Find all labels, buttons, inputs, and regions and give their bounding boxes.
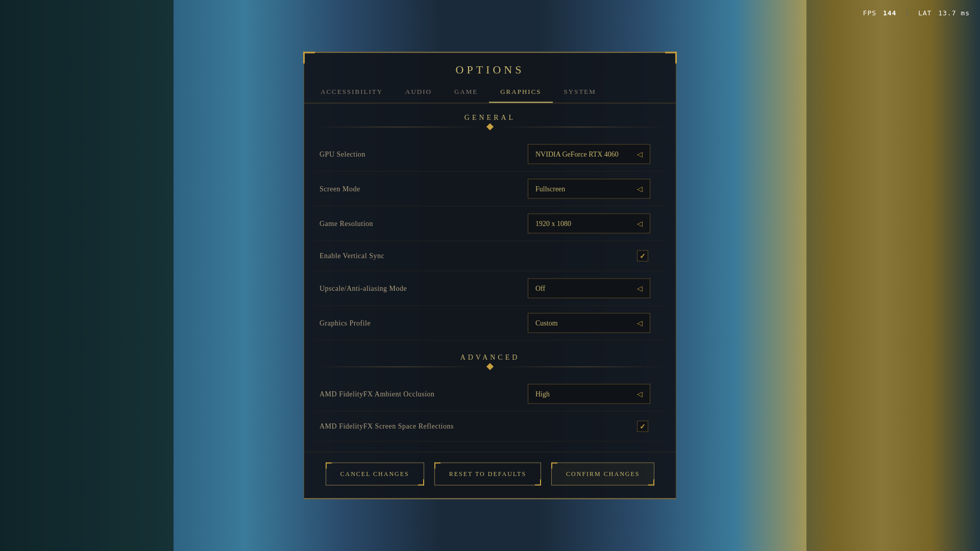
resolution-value: 980 x 551 xyxy=(535,219,571,228)
fps-label: FPS xyxy=(863,9,876,17)
gpu-label: GPU Selection xyxy=(320,150,365,158)
tab-audio[interactable]: AUDIO xyxy=(394,82,443,103)
graphics-profile-arrow-icon: ◁ xyxy=(637,319,643,328)
antialiasing-dropdown[interactable]: Off ◁ xyxy=(528,279,650,298)
gpu-dropdown[interactable]: NVIDIA GeForce RTX 4060 ◁ xyxy=(528,144,650,164)
advanced-title: ADVANCED xyxy=(314,354,666,362)
setting-row-resolution: Game Resolution 980 x 551 ◁ xyxy=(314,207,666,241)
vsync-checkbox[interactable] xyxy=(637,251,648,262)
advanced-ornament xyxy=(486,363,494,370)
general-section-header: GENERAL xyxy=(314,114,666,130)
lat-value: 13.7 ms xyxy=(938,9,970,17)
setting-row-ambient-occlusion: AMD FidelityFX Ambient Occlusion High ◁ xyxy=(314,377,666,412)
screen-mode-arrow-icon: ◁ xyxy=(637,185,643,193)
setting-row-graphics-profile: Graphics Profile Custom ◁ xyxy=(314,306,666,341)
resolution-label: Game Resolution xyxy=(320,219,373,228)
cancel-button[interactable]: CANCEL CHANGES xyxy=(326,463,424,486)
tab-game[interactable]: GAME xyxy=(443,82,489,103)
general-title: GENERAL xyxy=(314,114,666,122)
vsync-checkbox-container xyxy=(635,248,650,264)
advanced-divider xyxy=(314,364,666,369)
tab-accessibility[interactable]: ACCESSIBILITY xyxy=(309,82,394,103)
screen-mode-dropdown[interactable]: Fullscreen ◁ xyxy=(528,179,650,199)
setting-row-vsync: Enable Vertical Sync xyxy=(314,241,666,271)
divider-line-right xyxy=(498,127,666,127)
screen-mode-value: Fullscreen xyxy=(535,185,565,193)
tab-system[interactable]: SYSTEM xyxy=(553,82,607,103)
fps-separator: | xyxy=(905,9,910,17)
ssr-label: AMD FidelityFX Screen Space Reflections xyxy=(320,422,454,431)
ambient-occlusion-value: High xyxy=(535,390,550,398)
graphics-profile-dropdown[interactable]: Custom ◁ xyxy=(528,313,650,333)
button-row: CANCEL CHANGES RESET TO DEFAULTS CONFIRM… xyxy=(304,452,676,498)
reset-button[interactable]: RESET TO DEFAULTS xyxy=(434,463,541,486)
advanced-section-header: ADVANCED xyxy=(314,354,666,369)
tab-graphics[interactable]: GRAPHICS xyxy=(489,82,552,103)
general-ornament xyxy=(486,123,494,130)
antialiasing-arrow-icon: ◁ xyxy=(637,284,643,293)
setting-row-screen-mode: Screen Mode Fullscreen ◁ xyxy=(314,172,666,207)
ssr-checkbox-container xyxy=(635,419,650,434)
ambient-occlusion-arrow-icon: ◁ xyxy=(637,390,643,398)
setting-row-ssr: AMD FidelityFX Screen Space Reflections xyxy=(314,412,666,442)
settings-content: GENERAL GPU Selection NVIDIA GeForce RTX… xyxy=(304,104,676,452)
ambient-occlusion-label: AMD FidelityFX Ambient Occlusion xyxy=(320,390,435,398)
bg-overlay-left xyxy=(0,0,174,551)
graphics-profile-label: Graphics Profile xyxy=(320,319,371,327)
antialiasing-label: Upscale/Anti-aliasing Mode xyxy=(320,284,407,292)
advanced-divider-line-right xyxy=(498,366,666,367)
advanced-divider-line-left xyxy=(314,366,482,367)
confirm-button[interactable]: CONFIRM CHANGES xyxy=(551,463,654,486)
lat-label: LAT xyxy=(918,9,932,17)
vsync-label: Enable Vertical Sync xyxy=(320,252,384,260)
dialog-title: OPTIONS xyxy=(456,53,525,82)
ambient-occlusion-dropdown[interactable]: High ◁ xyxy=(528,384,650,404)
screen-mode-label: Screen Mode xyxy=(320,185,360,193)
setting-row-antialiasing: Upscale/Anti-aliasing Mode Off ◁ xyxy=(314,271,666,306)
fps-value: 144 xyxy=(883,9,896,17)
divider-line-left xyxy=(314,127,482,127)
antialiasing-value: Off xyxy=(535,284,545,292)
graphics-profile-value: Custom xyxy=(535,319,558,327)
gpu-arrow-icon: ◁ xyxy=(637,150,643,159)
resolution-arrow-icon: ◁ xyxy=(637,219,643,228)
resolution-dropdown[interactable]: 980 x 551 ◁ xyxy=(528,214,650,234)
fps-counter: FPS 144 | LAT 13.7 ms xyxy=(863,9,970,17)
setting-row-gpu: GPU Selection NVIDIA GeForce RTX 4060 ◁ xyxy=(314,137,666,172)
general-divider xyxy=(314,124,666,130)
tabs-bar: ACCESSIBILITY AUDIO GAME GRAPHICS SYSTEM xyxy=(304,82,676,104)
gpu-value: NVIDIA GeForce RTX 4060 xyxy=(535,150,619,158)
options-dialog: OPTIONS ACCESSIBILITY AUDIO GAME GRAPHIC… xyxy=(304,52,676,499)
ssr-checkbox[interactable] xyxy=(637,421,648,432)
bg-overlay-right xyxy=(806,0,980,551)
